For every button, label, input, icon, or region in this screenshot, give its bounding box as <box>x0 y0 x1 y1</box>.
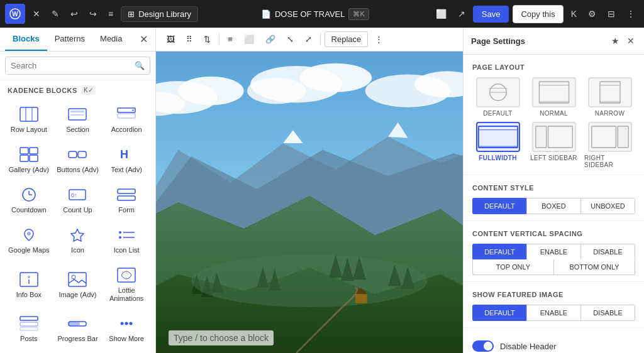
editor-toolbar: 🖼 ⠿ ⇅ ≡ ⬜ 🔗 ⤡ ⤢ Replace ⋮ <box>156 28 463 52</box>
block-label-icon: Icon <box>71 246 84 254</box>
block-item-posts[interactable]: Posts <box>5 309 53 348</box>
layout-option-fullwidth[interactable]: FULLWIDTH <box>472 122 523 168</box>
block-item-gallery-adv[interactable]: Gallery (Adv) <box>5 140 53 179</box>
settings-icon-button[interactable]: ⚙ <box>584 6 600 21</box>
details-button[interactable]: ≡ <box>104 6 117 21</box>
block-item-image-adv[interactable]: Image (Adv) <box>54 261 102 308</box>
image-type-button[interactable]: 🖼 <box>162 31 179 47</box>
layout-option-normal[interactable]: NORMAL <box>528 77 579 117</box>
redo-button[interactable]: ↪ <box>86 6 101 21</box>
design-library-button[interactable]: ⊞ Design Library <box>121 6 198 22</box>
drag-handle-button[interactable]: ⠿ <box>182 31 197 47</box>
block-item-show-more[interactable]: Show More <box>103 309 150 348</box>
view-mode-button[interactable]: ⬜ <box>432 6 450 21</box>
layout-option-default[interactable]: DEFAULT <box>472 77 523 117</box>
preview-button[interactable]: ↗ <box>454 6 469 21</box>
tab-blocks[interactable]: Blocks <box>5 28 47 51</box>
featured-image-enable-button[interactable]: ENABLE <box>526 305 580 321</box>
top-only-button[interactable]: TOP ONLY <box>472 259 553 275</box>
block-label-show-more: Show More <box>109 335 144 343</box>
save-button[interactable]: Save <box>473 6 509 23</box>
wp-logo[interactable]: W <box>5 4 25 24</box>
layout-label-fullwidth: FULLWIDTH <box>479 155 516 161</box>
block-item-count-up[interactable]: 0↑Count Up <box>54 180 102 219</box>
svg-rect-13 <box>20 155 28 161</box>
block-label-form: Form <box>118 206 135 214</box>
expand-button[interactable]: ⤢ <box>301 31 316 47</box>
block-item-form[interactable]: Form <box>103 180 150 219</box>
content-style-default-button[interactable]: DEFAULT <box>472 198 526 214</box>
bottom-only-button[interactable]: BOTTOM ONLY <box>553 259 635 275</box>
tab-media[interactable]: Media <box>92 28 130 51</box>
star-button[interactable]: ★ <box>609 34 621 48</box>
svg-point-29 <box>119 236 121 239</box>
block-icon-section <box>66 106 89 123</box>
layout-option-narrow[interactable]: NARROW <box>584 77 635 117</box>
block-item-row-layout[interactable]: Row Layout <box>5 100 53 139</box>
align-left-button[interactable]: ≡ <box>223 31 237 47</box>
layout-option-left-sidebar[interactable]: LEFT SIDEBAR <box>528 122 579 168</box>
block-item-accordion[interactable]: Accordion <box>103 100 150 139</box>
featured-image-btn-group: DEFAULT ENABLE DISABLE <box>472 305 635 321</box>
kadence-icon-button[interactable]: K✓ <box>81 85 96 95</box>
link-button[interactable]: 🔗 <box>261 31 280 47</box>
block-icon-google-maps <box>18 226 40 244</box>
svg-point-35 <box>72 275 75 279</box>
content-style-boxed-button[interactable]: BOXED <box>526 198 580 214</box>
vertical-spacing-disable-button[interactable]: DISABLE <box>580 244 635 260</box>
block-item-countdown[interactable]: Countdown <box>5 180 53 219</box>
more-options-button[interactable]: ⋮ <box>623 6 639 21</box>
replace-button[interactable]: Replace <box>325 31 369 47</box>
block-item-info-box[interactable]: Info Box <box>5 261 53 308</box>
close-button[interactable]: ✕ <box>29 6 44 21</box>
block-item-buttons-adv[interactable]: Buttons (Adv) <box>54 140 102 179</box>
content-vertical-spacing-title: Content Vertical Spacing <box>472 230 635 237</box>
block-icon-row-layout <box>18 106 40 123</box>
panels-icon-button[interactable]: ⊟ <box>604 6 619 21</box>
search-input[interactable] <box>6 57 130 74</box>
kadence-icon-button[interactable]: K <box>567 6 580 21</box>
block-icon-progress-bar <box>66 315 89 332</box>
block-item-progress-bar[interactable]: Progress Bar <box>54 309 102 348</box>
editor-placeholder[interactable]: Type / to choose a block <box>169 330 274 345</box>
editor-canvas[interactable]: Type / to choose a block <box>156 52 463 353</box>
up-down-button[interactable]: ⇅ <box>199 31 215 47</box>
undo-button[interactable]: ↩ <box>67 6 82 21</box>
crop-button[interactable]: ⤡ <box>282 31 298 47</box>
svg-rect-16 <box>78 151 86 158</box>
block-item-text-adv[interactable]: HText (Adv) <box>103 140 150 179</box>
align-center-button[interactable]: ⬜ <box>240 31 258 47</box>
block-icon-gallery-adv <box>18 146 40 163</box>
svg-rect-39 <box>20 327 38 330</box>
sidebar-close-button[interactable]: ✕ <box>137 31 150 48</box>
layout-option-right-sidebar[interactable]: RIGHT SIDEBAR <box>584 122 635 168</box>
tab-patterns[interactable]: Patterns <box>47 28 92 51</box>
svg-rect-24 <box>118 196 135 200</box>
block-item-icon-list[interactable]: Icon List <box>103 220 150 259</box>
copy-this-button[interactable]: Copy this <box>513 5 563 23</box>
featured-image-default-button[interactable]: DEFAULT <box>472 305 526 321</box>
block-label-countdown: Countdown <box>11 206 47 214</box>
featured-image-title: Show Featured Image <box>472 291 635 298</box>
content-style-unboxed-button[interactable]: UNBOXED <box>580 198 635 214</box>
page-settings-close-button[interactable]: ✕ <box>625 34 636 48</box>
edit-icon-button[interactable]: ✎ <box>48 6 63 21</box>
block-item-icon[interactable]: Icon <box>54 220 102 259</box>
more-button[interactable]: ⋮ <box>370 31 387 47</box>
svg-point-51 <box>247 78 306 104</box>
editor-image <box>156 52 463 353</box>
vertical-spacing-btn-wrap: DEFAULT ENABLE DISABLE TOP ONLY BOTTOM O… <box>472 244 635 275</box>
cmd-badge: ⌘K <box>348 8 369 20</box>
svg-rect-14 <box>30 155 38 161</box>
block-icon-buttons-adv <box>66 146 89 163</box>
sidebar-left: Blocks Patterns Media ✕ 🔍 KADENCE BLOCKS… <box>0 28 156 353</box>
block-item-section[interactable]: Section <box>54 100 102 139</box>
vertical-spacing-enable-button[interactable]: ENABLE <box>526 244 580 260</box>
design-library-label: Design Library <box>138 9 191 19</box>
block-item-google-maps[interactable]: Google Maps <box>5 220 53 259</box>
featured-image-section: Show Featured Image DEFAULT ENABLE DISAB… <box>464 282 644 328</box>
block-item-lottie[interactable]: Lottie Animations <box>103 261 150 308</box>
disable-header-toggle[interactable] <box>472 340 494 352</box>
featured-image-disable-button[interactable]: DISABLE <box>580 305 635 321</box>
vertical-spacing-default-button[interactable]: DEFAULT <box>472 244 526 260</box>
